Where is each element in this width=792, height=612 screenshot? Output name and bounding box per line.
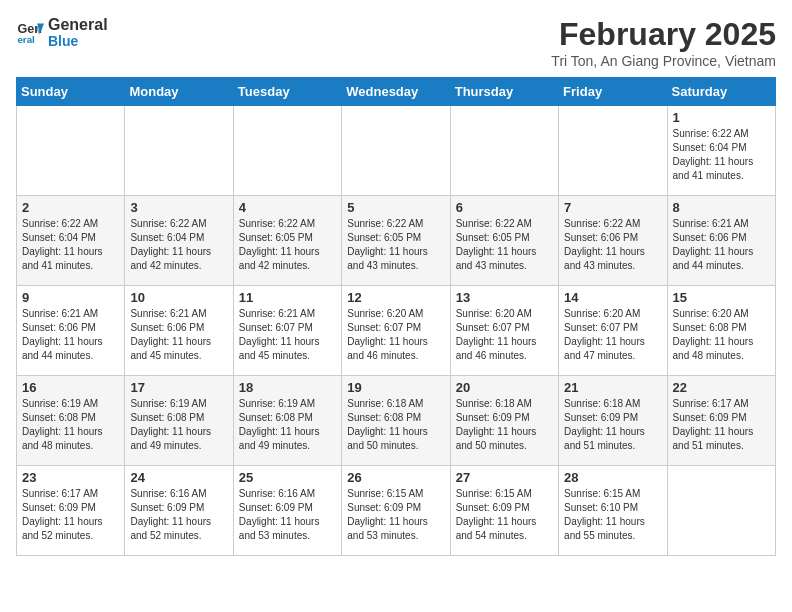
calendar-cell: 20Sunrise: 6:18 AM Sunset: 6:09 PM Dayli…: [450, 376, 558, 466]
day-info: Sunrise: 6:22 AM Sunset: 6:05 PM Dayligh…: [347, 217, 444, 273]
calendar-cell: 28Sunrise: 6:15 AM Sunset: 6:10 PM Dayli…: [559, 466, 667, 556]
day-info: Sunrise: 6:19 AM Sunset: 6:08 PM Dayligh…: [22, 397, 119, 453]
col-header-sunday: Sunday: [17, 78, 125, 106]
day-info: Sunrise: 6:15 AM Sunset: 6:09 PM Dayligh…: [347, 487, 444, 543]
logo-line1: General: [48, 16, 108, 34]
day-info: Sunrise: 6:22 AM Sunset: 6:05 PM Dayligh…: [239, 217, 336, 273]
day-number: 3: [130, 200, 227, 215]
day-number: 9: [22, 290, 119, 305]
day-number: 1: [673, 110, 770, 125]
day-number: 16: [22, 380, 119, 395]
day-info: Sunrise: 6:22 AM Sunset: 6:04 PM Dayligh…: [130, 217, 227, 273]
day-number: 11: [239, 290, 336, 305]
calendar-cell: 18Sunrise: 6:19 AM Sunset: 6:08 PM Dayli…: [233, 376, 341, 466]
day-info: Sunrise: 6:15 AM Sunset: 6:10 PM Dayligh…: [564, 487, 661, 543]
calendar-cell: [233, 106, 341, 196]
day-info: Sunrise: 6:19 AM Sunset: 6:08 PM Dayligh…: [130, 397, 227, 453]
calendar-cell: 8Sunrise: 6:21 AM Sunset: 6:06 PM Daylig…: [667, 196, 775, 286]
day-number: 24: [130, 470, 227, 485]
day-number: 18: [239, 380, 336, 395]
calendar-cell: 21Sunrise: 6:18 AM Sunset: 6:09 PM Dayli…: [559, 376, 667, 466]
calendar-cell: 7Sunrise: 6:22 AM Sunset: 6:06 PM Daylig…: [559, 196, 667, 286]
calendar-cell: 9Sunrise: 6:21 AM Sunset: 6:06 PM Daylig…: [17, 286, 125, 376]
calendar-cell: 24Sunrise: 6:16 AM Sunset: 6:09 PM Dayli…: [125, 466, 233, 556]
day-number: 19: [347, 380, 444, 395]
day-info: Sunrise: 6:22 AM Sunset: 6:06 PM Dayligh…: [564, 217, 661, 273]
day-number: 27: [456, 470, 553, 485]
calendar-cell: [559, 106, 667, 196]
calendar-cell: 11Sunrise: 6:21 AM Sunset: 6:07 PM Dayli…: [233, 286, 341, 376]
calendar-cell: 2Sunrise: 6:22 AM Sunset: 6:04 PM Daylig…: [17, 196, 125, 286]
calendar-cell: 27Sunrise: 6:15 AM Sunset: 6:09 PM Dayli…: [450, 466, 558, 556]
calendar-cell: 3Sunrise: 6:22 AM Sunset: 6:04 PM Daylig…: [125, 196, 233, 286]
day-number: 7: [564, 200, 661, 215]
calendar-cell: 5Sunrise: 6:22 AM Sunset: 6:05 PM Daylig…: [342, 196, 450, 286]
calendar-cell: 10Sunrise: 6:21 AM Sunset: 6:06 PM Dayli…: [125, 286, 233, 376]
calendar-cell: 15Sunrise: 6:20 AM Sunset: 6:08 PM Dayli…: [667, 286, 775, 376]
calendar-cell: [342, 106, 450, 196]
day-number: 15: [673, 290, 770, 305]
col-header-thursday: Thursday: [450, 78, 558, 106]
calendar-cell: 23Sunrise: 6:17 AM Sunset: 6:09 PM Dayli…: [17, 466, 125, 556]
day-number: 28: [564, 470, 661, 485]
day-number: 2: [22, 200, 119, 215]
calendar-cell: 26Sunrise: 6:15 AM Sunset: 6:09 PM Dayli…: [342, 466, 450, 556]
logo-line2: Blue: [48, 34, 108, 49]
day-number: 17: [130, 380, 227, 395]
day-number: 25: [239, 470, 336, 485]
day-info: Sunrise: 6:22 AM Sunset: 6:04 PM Dayligh…: [673, 127, 770, 183]
calendar-cell: [17, 106, 125, 196]
day-info: Sunrise: 6:17 AM Sunset: 6:09 PM Dayligh…: [673, 397, 770, 453]
day-number: 21: [564, 380, 661, 395]
calendar-cell: 6Sunrise: 6:22 AM Sunset: 6:05 PM Daylig…: [450, 196, 558, 286]
day-info: Sunrise: 6:22 AM Sunset: 6:05 PM Dayligh…: [456, 217, 553, 273]
day-info: Sunrise: 6:16 AM Sunset: 6:09 PM Dayligh…: [239, 487, 336, 543]
day-number: 12: [347, 290, 444, 305]
calendar-cell: [667, 466, 775, 556]
day-number: 5: [347, 200, 444, 215]
calendar-cell: 25Sunrise: 6:16 AM Sunset: 6:09 PM Dayli…: [233, 466, 341, 556]
day-info: Sunrise: 6:20 AM Sunset: 6:07 PM Dayligh…: [347, 307, 444, 363]
day-number: 26: [347, 470, 444, 485]
day-info: Sunrise: 6:18 AM Sunset: 6:09 PM Dayligh…: [456, 397, 553, 453]
calendar-cell: [450, 106, 558, 196]
logo: Gen eral General Blue: [16, 16, 108, 49]
col-header-wednesday: Wednesday: [342, 78, 450, 106]
day-number: 14: [564, 290, 661, 305]
month-title: February 2025: [551, 16, 776, 53]
calendar-table: SundayMondayTuesdayWednesdayThursdayFrid…: [16, 77, 776, 556]
day-info: Sunrise: 6:15 AM Sunset: 6:09 PM Dayligh…: [456, 487, 553, 543]
calendar-cell: 13Sunrise: 6:20 AM Sunset: 6:07 PM Dayli…: [450, 286, 558, 376]
day-number: 6: [456, 200, 553, 215]
day-number: 23: [22, 470, 119, 485]
location: Tri Ton, An Giang Province, Vietnam: [551, 53, 776, 69]
calendar-cell: 22Sunrise: 6:17 AM Sunset: 6:09 PM Dayli…: [667, 376, 775, 466]
day-info: Sunrise: 6:19 AM Sunset: 6:08 PM Dayligh…: [239, 397, 336, 453]
day-info: Sunrise: 6:22 AM Sunset: 6:04 PM Dayligh…: [22, 217, 119, 273]
day-number: 8: [673, 200, 770, 215]
title-area: February 2025 Tri Ton, An Giang Province…: [551, 16, 776, 69]
calendar-cell: 1Sunrise: 6:22 AM Sunset: 6:04 PM Daylig…: [667, 106, 775, 196]
day-number: 22: [673, 380, 770, 395]
calendar-cell: 12Sunrise: 6:20 AM Sunset: 6:07 PM Dayli…: [342, 286, 450, 376]
calendar-cell: [125, 106, 233, 196]
calendar-cell: 19Sunrise: 6:18 AM Sunset: 6:08 PM Dayli…: [342, 376, 450, 466]
day-number: 10: [130, 290, 227, 305]
day-info: Sunrise: 6:21 AM Sunset: 6:06 PM Dayligh…: [22, 307, 119, 363]
day-info: Sunrise: 6:21 AM Sunset: 6:06 PM Dayligh…: [130, 307, 227, 363]
col-header-monday: Monday: [125, 78, 233, 106]
calendar-cell: 14Sunrise: 6:20 AM Sunset: 6:07 PM Dayli…: [559, 286, 667, 376]
day-info: Sunrise: 6:20 AM Sunset: 6:08 PM Dayligh…: [673, 307, 770, 363]
col-header-saturday: Saturday: [667, 78, 775, 106]
svg-text:eral: eral: [17, 35, 35, 46]
day-info: Sunrise: 6:21 AM Sunset: 6:06 PM Dayligh…: [673, 217, 770, 273]
calendar-cell: 4Sunrise: 6:22 AM Sunset: 6:05 PM Daylig…: [233, 196, 341, 286]
day-info: Sunrise: 6:20 AM Sunset: 6:07 PM Dayligh…: [564, 307, 661, 363]
col-header-friday: Friday: [559, 78, 667, 106]
day-number: 4: [239, 200, 336, 215]
day-info: Sunrise: 6:16 AM Sunset: 6:09 PM Dayligh…: [130, 487, 227, 543]
day-info: Sunrise: 6:18 AM Sunset: 6:08 PM Dayligh…: [347, 397, 444, 453]
day-info: Sunrise: 6:18 AM Sunset: 6:09 PM Dayligh…: [564, 397, 661, 453]
col-header-tuesday: Tuesday: [233, 78, 341, 106]
calendar-cell: 17Sunrise: 6:19 AM Sunset: 6:08 PM Dayli…: [125, 376, 233, 466]
